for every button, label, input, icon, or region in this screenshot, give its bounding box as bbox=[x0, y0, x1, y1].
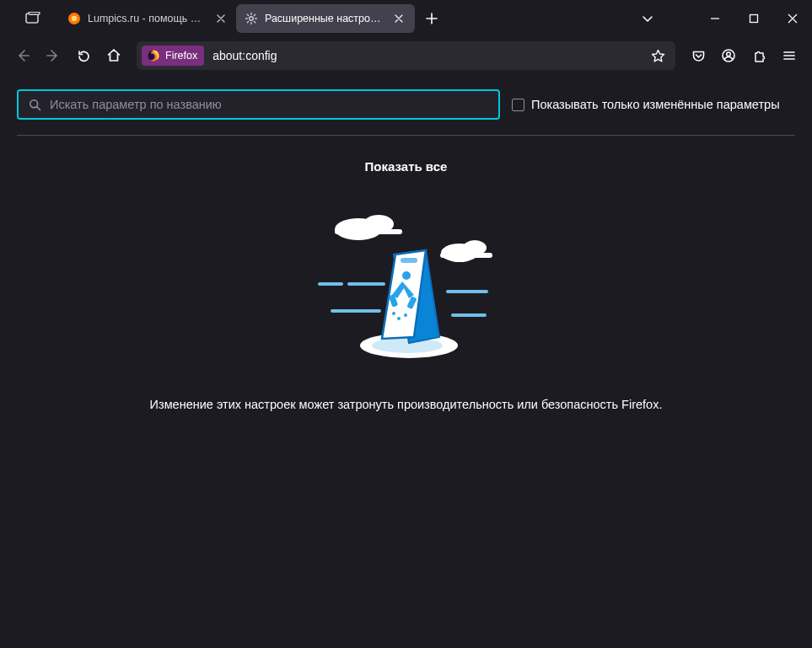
svg-line-22 bbox=[37, 106, 40, 110]
warning-illustration bbox=[17, 204, 795, 364]
app-menu-button[interactable] bbox=[775, 41, 804, 70]
svg-rect-30 bbox=[347, 282, 385, 286]
url-text: about:config bbox=[212, 49, 277, 62]
svg-rect-33 bbox=[451, 313, 487, 317]
svg-rect-28 bbox=[440, 253, 492, 258]
svg-point-17 bbox=[727, 52, 731, 56]
lumpics-favicon-icon bbox=[67, 12, 81, 25]
svg-line-10 bbox=[254, 21, 255, 22]
tab-lumpics[interactable]: Lumpics.ru - помощь с компь bbox=[59, 4, 236, 33]
config-search-box[interactable] bbox=[17, 89, 500, 120]
tab-about-config[interactable]: Расширенные настройки bbox=[236, 4, 415, 33]
tab-strip: Lumpics.ru - помощь с компь Расширенные … bbox=[59, 4, 445, 33]
about-config-content: Показывать только изменённые параметры П… bbox=[0, 74, 812, 411]
svg-point-37 bbox=[402, 271, 411, 280]
svg-line-9 bbox=[247, 14, 248, 15]
pocket-button[interactable] bbox=[684, 41, 713, 70]
home-button[interactable] bbox=[99, 41, 128, 70]
navbar: Firefox about:config bbox=[0, 37, 812, 74]
titlebar: Lumpics.ru - помощь с компь Расширенные … bbox=[0, 0, 812, 37]
svg-line-11 bbox=[254, 14, 255, 15]
svg-rect-29 bbox=[318, 282, 343, 286]
tab-label: Расширенные настройки bbox=[265, 13, 382, 24]
svg-rect-14 bbox=[750, 15, 758, 23]
reload-button[interactable] bbox=[69, 41, 98, 70]
config-search-input[interactable] bbox=[50, 98, 488, 111]
warning-text: Изменение этих настроек может затронуть … bbox=[17, 398, 795, 411]
svg-rect-31 bbox=[446, 290, 488, 293]
svg-rect-1 bbox=[29, 12, 40, 14]
svg-rect-32 bbox=[331, 309, 381, 313]
svg-point-3 bbox=[72, 16, 77, 21]
tab-label: Lumpics.ru - помощь с компь bbox=[88, 13, 205, 24]
account-button[interactable] bbox=[714, 41, 743, 70]
titlebar-right bbox=[633, 0, 812, 37]
bookmark-star-button[interactable] bbox=[647, 45, 669, 67]
firefox-logo-icon bbox=[147, 49, 160, 62]
only-modified-toggle[interactable]: Показывать только изменённые параметры bbox=[512, 98, 780, 111]
titlebar-left: Lumpics.ru - помощь с компь Расширенные … bbox=[0, 4, 445, 33]
svg-point-41 bbox=[397, 317, 401, 320]
svg-point-35 bbox=[372, 338, 443, 353]
urlbar[interactable]: Firefox about:config bbox=[137, 41, 675, 70]
divider bbox=[17, 135, 795, 136]
window-maximize-button[interactable] bbox=[734, 0, 773, 37]
search-row: Показывать только изменённые параметры bbox=[17, 89, 795, 120]
window-close-button[interactable] bbox=[773, 0, 812, 37]
window-minimize-button[interactable] bbox=[696, 0, 734, 37]
svg-point-40 bbox=[392, 312, 395, 315]
show-all-button[interactable]: Показать все bbox=[17, 153, 795, 180]
svg-rect-36 bbox=[401, 258, 417, 263]
tab-close-button[interactable] bbox=[215, 11, 228, 26]
forward-button[interactable] bbox=[39, 41, 67, 70]
extensions-button[interactable] bbox=[745, 41, 773, 70]
only-modified-label: Показывать только изменённые параметры bbox=[531, 98, 780, 111]
search-icon bbox=[29, 99, 41, 111]
tab-close-button[interactable] bbox=[392, 11, 406, 26]
svg-point-4 bbox=[250, 17, 254, 21]
svg-point-42 bbox=[404, 313, 407, 317]
svg-line-12 bbox=[247, 21, 248, 22]
identity-box[interactable]: Firefox bbox=[142, 46, 204, 66]
tab-overflow-button[interactable] bbox=[19, 5, 47, 32]
checkbox-icon bbox=[512, 99, 524, 111]
list-all-tabs-button[interactable] bbox=[633, 5, 662, 32]
back-button[interactable] bbox=[8, 41, 37, 70]
svg-rect-25 bbox=[335, 229, 402, 234]
identity-label: Firefox bbox=[165, 50, 197, 62]
new-tab-button[interactable] bbox=[418, 5, 445, 32]
gear-icon bbox=[245, 12, 258, 25]
